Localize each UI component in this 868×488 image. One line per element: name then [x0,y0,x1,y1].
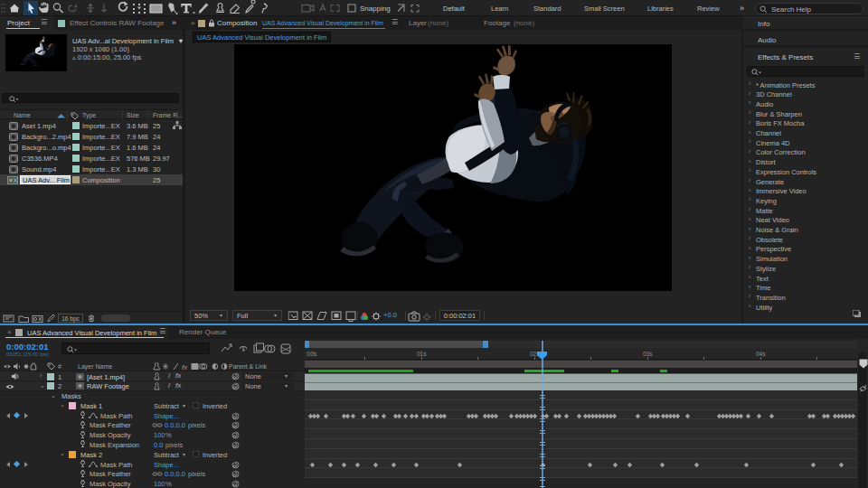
svg-text:Snapping: Snapping [360,5,391,13]
svg-text:fx: fx [182,363,188,371]
